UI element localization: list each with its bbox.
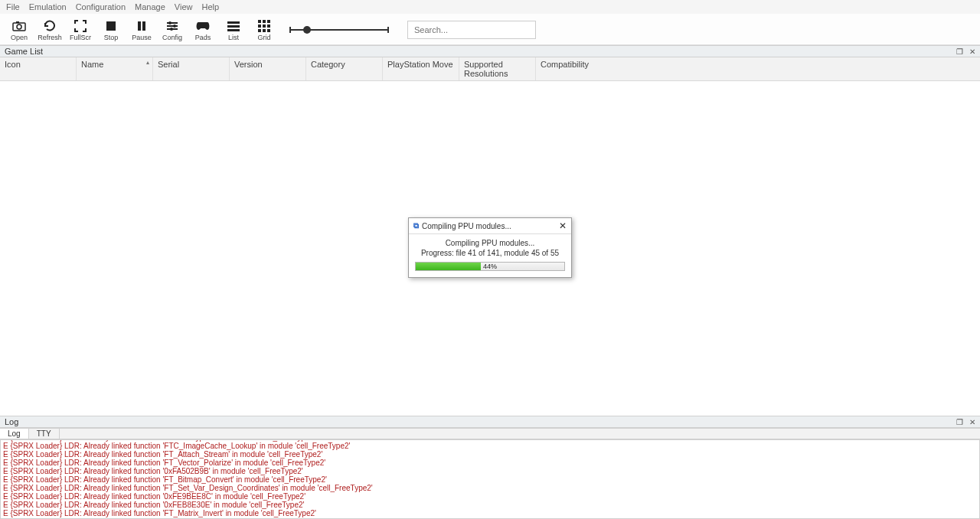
column-icon[interactable]: Icon [0,57,77,80]
fullscreen-button[interactable]: FullScr [67,17,93,43]
svg-rect-19 [263,24,266,28]
menu-help[interactable]: Help [202,2,220,11]
app-icon: ⧉ [413,221,419,230]
svg-rect-15 [258,20,261,23]
list-label: List [228,34,239,41]
menu-configuration[interactable]: Configuration [76,2,126,11]
progress-percent: 44% [416,263,564,270]
list-button[interactable]: List [220,17,247,43]
log-line: E {SPRX Loader} LDR: Already linked func… [3,467,977,475]
dialog-titlebar[interactable]: ⧉ Compiling PPU modules... ✕ [409,218,571,234]
svg-rect-5 [142,21,145,31]
stop-button[interactable]: Stop [98,17,124,43]
svg-point-1 [17,24,21,29]
svg-rect-17 [267,20,270,23]
log-line: E {SPRX Loader} LDR: Already linked func… [3,442,977,450]
sort-asc-icon: ▴ [146,59,149,66]
log-line: E {SPRX Loader} LDR: Already linked func… [3,501,977,509]
log-line: E {SPRX Loader} LDR: Already linked func… [3,492,977,501]
camera-icon [12,19,26,33]
menu-emulation[interactable]: Emulation [29,2,67,11]
column-category[interactable]: Category [306,57,383,80]
svg-rect-14 [227,29,240,31]
gamelist-panel-header: Game List ❐ ✕ [0,45,980,57]
restore-icon[interactable]: ❐ [956,47,963,56]
config-label: Config [162,34,182,41]
stop-icon [106,19,116,33]
refresh-icon [44,19,56,33]
log-line: E {SPRX Loader} LDR: Already linked func… [3,450,977,459]
svg-rect-4 [138,21,141,31]
close-icon[interactable]: ✕ [559,220,567,231]
icon-size-slider[interactable] [289,29,389,31]
column-compatibility[interactable]: Compatibility [536,57,612,80]
svg-point-11 [170,28,173,31]
compile-dialog: ⧉ Compiling PPU modules... ✕ Compiling P… [408,217,572,278]
svg-rect-3 [106,21,116,31]
log-tabs: Log TTY [0,428,980,439]
svg-rect-16 [263,20,266,23]
dialog-message: Compiling PPU modules... [415,239,565,247]
log-line: E {SPRX Loader} LDR: Already linked func… [3,459,977,467]
stop-label: Stop [104,34,119,41]
gamelist-columns: Icon Name▴ Serial Version Category PlayS… [0,57,980,81]
gamepad-icon [196,19,210,33]
svg-rect-22 [263,29,266,32]
pause-label: Pause [132,34,152,41]
refresh-button[interactable]: Refresh [37,17,63,43]
svg-rect-20 [267,24,270,28]
log-body[interactable]: E {SPRX Loader} LDR: Already linked func… [0,439,980,519]
grid-button[interactable]: Grid [251,17,277,43]
fullscreen-label: FullScr [70,34,91,41]
log-panel: Log ❐ ✕ Log TTY E {SPRX Loader} LDR: Alr… [0,416,980,519]
svg-rect-13 [227,25,240,28]
open-label: Open [11,34,28,41]
column-resolutions[interactable]: Supported Resolutions [459,57,536,80]
pads-label: Pads [195,34,211,41]
pads-button[interactable]: Pads [190,17,216,43]
column-version[interactable]: Version [230,57,306,80]
progress-bar: 44% [415,262,565,271]
grid-label: Grid [257,34,270,41]
close-log-icon[interactable]: ✕ [969,418,975,426]
column-psmove[interactable]: PlayStation Move [383,57,459,80]
svg-rect-2 [16,21,19,23]
menu-view[interactable]: View [175,2,193,11]
list-icon [227,19,240,33]
svg-point-10 [173,24,176,28]
toolbar: Open Refresh FullScr Stop Pause Config [0,14,980,45]
tab-log[interactable]: Log [0,429,29,439]
column-name[interactable]: Name▴ [77,57,153,80]
grid-icon [258,19,270,33]
refresh-label: Refresh [38,34,62,41]
svg-point-9 [168,21,172,24]
log-line: E {SPRX Loader} LDR: Already linked func… [3,475,977,484]
log-title: Log [5,417,18,426]
fullscreen-icon [74,19,87,33]
gamelist-title: Game List [5,47,43,56]
close-panel-icon[interactable]: ✕ [969,47,975,56]
log-panel-header: Log ❐ ✕ [0,416,980,428]
tab-tty[interactable]: TTY [29,429,60,439]
search-input[interactable] [407,21,536,39]
pause-button[interactable]: Pause [129,17,155,43]
open-button[interactable]: Open [6,17,32,43]
log-line: E {SPRX Loader} LDR: Already linked func… [3,484,977,492]
svg-rect-18 [258,24,261,28]
pause-icon [136,19,147,33]
menu-manage[interactable]: Manage [135,2,165,11]
restore-log-icon[interactable]: ❐ [956,418,963,426]
column-serial[interactable]: Serial [153,57,230,80]
dialog-progress-text: Progress: file 41 of 141, module 45 of 5… [415,249,565,257]
menu-file[interactable]: File [6,2,20,11]
svg-rect-12 [227,21,240,24]
svg-rect-23 [267,29,270,32]
menu-bar: File Emulation Configuration Manage View… [0,0,980,14]
svg-rect-21 [258,29,261,32]
dialog-title: Compiling PPU modules... [422,222,511,230]
sliders-icon [166,19,178,33]
config-button[interactable]: Config [159,17,185,43]
log-line: E {SPRX Loader} LDR: Already linked func… [3,509,977,517]
